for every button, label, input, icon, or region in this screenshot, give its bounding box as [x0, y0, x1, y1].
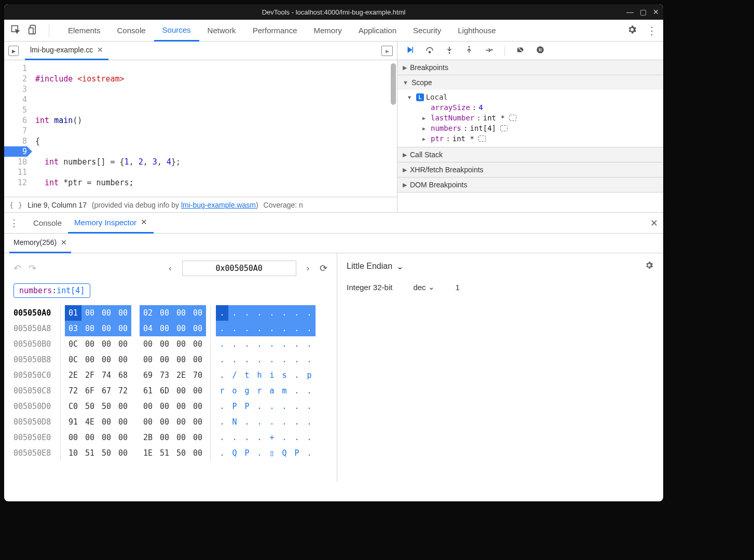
- ascii-char[interactable]: .: [253, 336, 266, 352]
- ascii-char[interactable]: .: [266, 305, 278, 321]
- hex-byte[interactable]: 00: [98, 305, 115, 321]
- settings-icon[interactable]: [645, 261, 654, 272]
- ascii-char[interactable]: s: [278, 367, 291, 383]
- ascii-char[interactable]: .: [278, 414, 291, 430]
- hex-byte[interactable]: 69: [140, 367, 156, 383]
- hex-byte[interactable]: 00: [189, 321, 206, 336]
- memory-icon[interactable]: [509, 115, 516, 121]
- ascii-char[interactable]: .: [216, 367, 228, 383]
- settings-icon[interactable]: [627, 24, 637, 37]
- hex-byte[interactable]: 00: [98, 336, 115, 352]
- hex-byte[interactable]: C0: [65, 399, 81, 414]
- ascii-char[interactable]: t: [241, 367, 253, 383]
- hex-byte[interactable]: 67: [98, 383, 115, 399]
- hex-byte[interactable]: 0C: [65, 336, 81, 352]
- hex-byte[interactable]: 00: [156, 336, 173, 352]
- hex-byte[interactable]: 00: [98, 352, 115, 367]
- ascii-char[interactable]: .: [278, 305, 291, 321]
- hex-byte[interactable]: 2E: [65, 367, 81, 383]
- hex-byte[interactable]: 00: [115, 305, 131, 321]
- ascii-char[interactable]: .: [278, 399, 291, 414]
- chevron-down-icon[interactable]: ⌄: [396, 262, 403, 271]
- drawer-more-icon[interactable]: ⋮: [9, 217, 19, 229]
- ascii-char[interactable]: .: [303, 430, 316, 445]
- ascii-char[interactable]: p: [303, 367, 316, 383]
- file-tab[interactable]: lmi-bug-example.cc ✕: [25, 42, 108, 60]
- hex-byte[interactable]: 00: [98, 430, 115, 445]
- ascii-char[interactable]: .: [291, 352, 303, 367]
- ascii-char[interactable]: .: [266, 352, 278, 367]
- ascii-char[interactable]: .: [228, 336, 241, 352]
- hex-byte[interactable]: 00: [173, 336, 189, 352]
- ascii-char[interactable]: Q: [228, 445, 241, 461]
- undo-icon[interactable]: ↶: [13, 263, 21, 274]
- hex-byte[interactable]: 00: [115, 445, 131, 461]
- hex-byte[interactable]: 51: [81, 445, 98, 461]
- ascii-char[interactable]: .: [303, 305, 316, 321]
- code-editor[interactable]: 1234 5678 9101112 #include <iostream> in…: [4, 60, 397, 197]
- hex-byte[interactable]: 00: [173, 305, 189, 321]
- tab-application[interactable]: Application: [350, 20, 405, 42]
- ascii-char[interactable]: .: [241, 336, 253, 352]
- hex-byte[interactable]: 00: [189, 414, 206, 430]
- hex-byte[interactable]: 00: [98, 321, 115, 336]
- memory-icon[interactable]: [478, 135, 486, 142]
- ascii-char[interactable]: m: [278, 383, 291, 399]
- ascii-char[interactable]: .: [266, 336, 278, 352]
- hex-byte[interactable]: 68: [115, 367, 131, 383]
- pause-exceptions-icon[interactable]: [535, 45, 545, 56]
- hex-byte[interactable]: 04: [140, 321, 156, 336]
- ascii-char[interactable]: .: [216, 414, 228, 430]
- inspect-element-icon[interactable]: [10, 24, 21, 36]
- ascii-char[interactable]: .: [291, 430, 303, 445]
- ascii-char[interactable]: .: [303, 383, 316, 399]
- scope-var[interactable]: arraySize: 4: [422, 102, 663, 113]
- hex-byte[interactable]: 00: [81, 305, 98, 321]
- ascii-char[interactable]: .: [291, 367, 303, 383]
- hex-row[interactable]: 005050C02E2F746869732E70./this.p: [13, 367, 327, 383]
- ascii-char[interactable]: .: [253, 321, 266, 336]
- hex-byte[interactable]: 00: [156, 352, 173, 367]
- memory-icon[interactable]: [500, 125, 508, 131]
- hex-byte[interactable]: 51: [156, 445, 173, 461]
- ascii-char[interactable]: .: [216, 305, 228, 321]
- hex-byte[interactable]: 00: [156, 430, 173, 445]
- hex-byte[interactable]: 00: [65, 430, 81, 445]
- hex-byte[interactable]: 4E: [81, 414, 98, 430]
- run-snippet-icon[interactable]: ▸: [381, 46, 393, 56]
- ascii-char[interactable]: r: [216, 383, 228, 399]
- hex-byte[interactable]: 00: [140, 414, 156, 430]
- scope-local[interactable]: ▼L Local: [408, 92, 663, 102]
- ascii-char[interactable]: +: [266, 430, 278, 445]
- ascii-char[interactable]: .: [253, 445, 266, 461]
- hex-byte[interactable]: 00: [115, 321, 131, 336]
- hex-byte[interactable]: 00: [98, 414, 115, 430]
- hex-byte[interactable]: 50: [81, 399, 98, 414]
- hex-byte[interactable]: 50: [98, 399, 115, 414]
- hex-byte[interactable]: 02: [140, 305, 156, 321]
- ascii-char[interactable]: P: [241, 399, 253, 414]
- step-over-icon[interactable]: [424, 45, 435, 56]
- ascii-char[interactable]: .: [291, 336, 303, 352]
- hex-byte[interactable]: 61: [140, 383, 156, 399]
- ascii-char[interactable]: .: [303, 352, 316, 367]
- close-drawer-tab-icon[interactable]: ✕: [141, 217, 147, 227]
- redo-icon[interactable]: ↷: [29, 263, 36, 274]
- hex-byte[interactable]: 00: [81, 430, 98, 445]
- hex-byte[interactable]: 50: [98, 445, 115, 461]
- tab-network[interactable]: Network: [199, 20, 244, 42]
- ascii-char[interactable]: .: [216, 336, 228, 352]
- hex-row[interactable]: 005050A00100000002000000........: [13, 305, 327, 321]
- ascii-char[interactable]: .: [253, 352, 266, 367]
- hex-byte[interactable]: 50: [173, 445, 189, 461]
- ascii-char[interactable]: .: [278, 336, 291, 352]
- hex-byte[interactable]: 00: [173, 414, 189, 430]
- encoding-select[interactable]: dec⌄: [413, 282, 434, 292]
- ascii-char[interactable]: i: [266, 367, 278, 383]
- ascii-char[interactable]: .: [253, 414, 266, 430]
- ascii-char[interactable]: .: [253, 430, 266, 445]
- ascii-char[interactable]: .: [241, 321, 253, 336]
- ascii-char[interactable]: o: [228, 383, 241, 399]
- ascii-char[interactable]: P: [228, 399, 241, 414]
- hex-byte[interactable]: 6F: [81, 383, 98, 399]
